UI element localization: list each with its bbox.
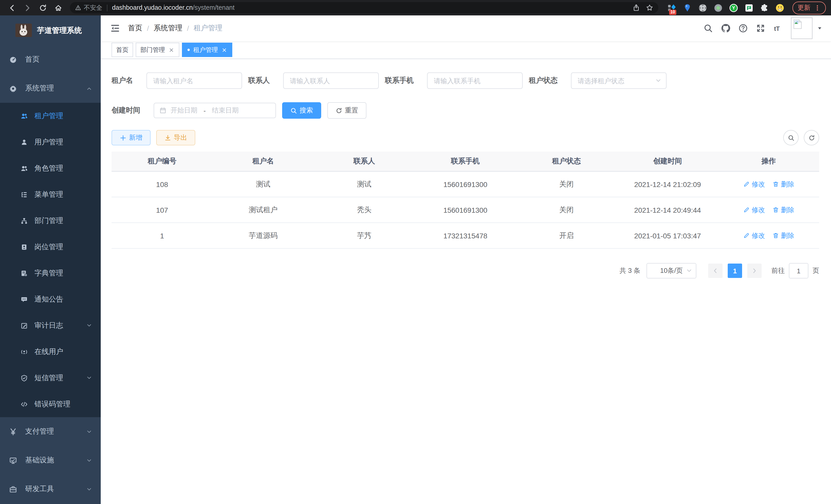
goto-page-input[interactable] — [789, 263, 808, 278]
cell-contact: 芋艿 — [314, 223, 415, 248]
sidebar-menu-item[interactable]: 短信管理 — [0, 365, 101, 391]
extension-badge: 10 — [669, 9, 676, 14]
reset-button[interactable]: 重置 — [327, 102, 366, 119]
url-text[interactable]: dashboard.yudao.iocoder.cn/system/tenant — [112, 4, 633, 11]
notice-bubble-icon — [21, 296, 28, 303]
search-icon[interactable] — [704, 24, 713, 33]
plus-icon — [120, 135, 126, 141]
tenant-table: 租户编号租户名联系人联系手机租户状态创建时间操作 108 测试 测试 15601… — [112, 152, 819, 249]
edit-link[interactable]: 修改 — [743, 205, 765, 214]
toggle-search-button[interactable] — [783, 130, 799, 145]
sidebar: 芋道管理系统 首页 系统管理 租户管理 — [0, 16, 101, 504]
sidebar-menu-item[interactable]: 支付管理 — [0, 417, 101, 446]
fold-menu-icon[interactable] — [109, 22, 122, 35]
sidebar-menu-item[interactable]: 审计日志 — [0, 313, 101, 338]
ext-y-icon: Y — [729, 3, 738, 12]
sidebar-menu-item[interactable]: 在线用户 — [0, 338, 101, 365]
sidebar-menu-item[interactable]: 系统管理 — [0, 74, 101, 103]
broken-image-icon — [792, 19, 803, 30]
page-number-button[interactable]: 1 — [728, 264, 742, 278]
omnibox-divider — [107, 4, 107, 11]
page-size-select[interactable]: 10条/页 — [647, 263, 696, 278]
sidebar-menu-item[interactable]: 用户管理 — [0, 129, 101, 155]
chevron-icon — [86, 323, 92, 328]
close-icon[interactable] — [221, 47, 228, 53]
avatar[interactable] — [791, 18, 812, 39]
cell-status: 关闭 — [516, 197, 617, 223]
sidebar-menu-item[interactable]: 角色管理 — [0, 155, 101, 181]
caret-down-icon[interactable] — [817, 26, 822, 31]
home-icon[interactable] — [51, 1, 65, 14]
start-date-placeholder[interactable]: 开始日期 — [171, 106, 197, 115]
filter-field: 联系手机 — [385, 72, 523, 89]
tag[interactable]: 租户管理 — [182, 42, 232, 57]
sidebar-menu-item[interactable]: 基础设施 — [0, 446, 101, 475]
sidebar-menu-item[interactable]: 租户管理 — [0, 103, 101, 129]
back-icon[interactable] — [5, 1, 19, 14]
table-body: 108 测试 测试 15601691300 关闭 2021-12-14 21:0… — [112, 172, 819, 249]
question-icon[interactable] — [739, 24, 748, 33]
sidebar-menu-item[interactable]: 研发工具 — [0, 475, 101, 503]
sidebar-item-label: 系统管理 — [25, 84, 54, 93]
sidebar-menu-item[interactable]: 字典管理 — [0, 260, 101, 286]
end-date-placeholder[interactable]: 结束日期 — [212, 106, 239, 115]
next-page-button[interactable] — [747, 264, 762, 278]
fullscreen-icon[interactable] — [756, 24, 765, 33]
reload-icon[interactable] — [36, 1, 49, 14]
cell-created: 2021-12-14 21:02:09 — [617, 172, 718, 197]
rabbit-logo — [16, 24, 32, 37]
prev-page-button[interactable] — [708, 264, 722, 278]
breadcrumb: 首页 / 系统管理 / 租户管理 / — [128, 24, 223, 33]
delete-link[interactable]: 删除 — [772, 205, 794, 214]
share-icon[interactable] — [633, 4, 640, 11]
sidebar-menu-item[interactable]: 菜单管理 — [0, 181, 101, 208]
filter-input[interactable] — [283, 72, 379, 89]
ext-command-icon — [698, 3, 707, 12]
refresh-table-button[interactable] — [804, 130, 819, 145]
date-range-picker[interactable]: 开始日期 - 结束日期 — [154, 103, 276, 118]
filter-label: 联系手机 — [385, 76, 414, 85]
delete-link[interactable]: 删除 — [772, 180, 794, 189]
edit-link[interactable]: 修改 — [743, 180, 765, 189]
sidebar-menu-item[interactable]: 错误码管理 — [0, 391, 101, 417]
user-icon — [21, 139, 28, 146]
total-count: 共 3 条 — [620, 266, 640, 275]
table-row: 107 测试租户 秃头 15601691300 关闭 2021-12-14 20… — [112, 197, 819, 223]
sidebar-item-label: 字典管理 — [34, 268, 63, 278]
trash-icon — [772, 207, 779, 213]
tag[interactable]: 首页 — [112, 42, 133, 57]
app-logo[interactable]: 芋道管理系统 — [0, 16, 101, 45]
cell-contact: 测试 — [314, 172, 415, 197]
svg-text:tT: tT — [774, 25, 780, 32]
address-bar[interactable]: 不安全 dashboard.yudao.iocoder.cn/system/te… — [70, 2, 658, 13]
sidebar-menu-item[interactable]: 部门管理 — [0, 208, 101, 234]
cell-created: 2021-12-14 20:49:44 — [617, 197, 718, 223]
github-icon[interactable] — [721, 24, 730, 33]
security-label[interactable]: 不安全 — [84, 3, 102, 12]
filter-input[interactable] — [146, 72, 242, 89]
sidebar-menu-item[interactable]: 岗位管理 — [0, 234, 101, 260]
tag-label: 部门管理 — [140, 46, 165, 54]
browser-nav-buttons — [5, 1, 65, 14]
post-badge-icon — [21, 243, 28, 250]
cell-status: 关闭 — [516, 172, 617, 197]
sidebar-item-label: 用户管理 — [34, 138, 63, 147]
filter-input[interactable] — [571, 72, 666, 89]
tag[interactable]: 部门管理 — [136, 42, 179, 57]
sidebar-item-label: 菜单管理 — [34, 190, 63, 199]
sidebar-menu-item[interactable]: 首页 — [0, 45, 101, 74]
search-button[interactable]: 搜索 — [282, 102, 321, 119]
cell-mobile: 15601691300 — [415, 172, 516, 197]
close-icon[interactable] — [168, 47, 175, 53]
edit-link[interactable]: 修改 — [743, 231, 765, 240]
browser-update-menu-button[interactable]: 更新 — [793, 1, 826, 14]
sidebar-menu-item[interactable]: 通知公告 — [0, 286, 101, 313]
filter-input[interactable] — [427, 72, 523, 89]
sidebar-item-label: 租户管理 — [34, 111, 63, 120]
export-button[interactable]: 导出 — [156, 130, 195, 145]
delete-link[interactable]: 删除 — [772, 231, 794, 240]
star-icon[interactable] — [646, 4, 653, 11]
add-button[interactable]: 新增 — [112, 130, 150, 145]
fontsize-icon[interactable]: tT — [773, 24, 783, 33]
forward-icon[interactable] — [21, 1, 34, 14]
